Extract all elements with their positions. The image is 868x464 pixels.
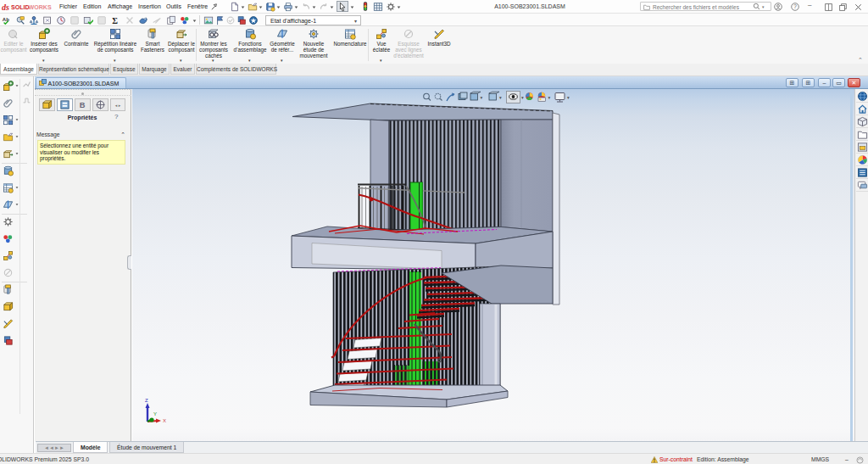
svg-text:X: X [163, 418, 166, 423]
svg-text:WORKS: WORKS [29, 4, 52, 11]
svg-text:ds: ds [2, 3, 9, 12]
svg-text:▾: ▾ [567, 95, 570, 100]
svg-text:Y: Y [153, 411, 157, 416]
svg-text:SOLID: SOLID [11, 4, 30, 11]
svg-text:Ab: Ab [3, 16, 9, 21]
svg-text:▾: ▾ [481, 95, 483, 100]
svg-text:▾: ▾ [499, 95, 502, 100]
svg-text:Σ: Σ [112, 15, 118, 25]
svg-text:B: B [80, 101, 86, 109]
svg-text:Z: Z [145, 398, 148, 403]
svg-text:?: ? [793, 3, 797, 9]
svg-text:▾: ▾ [521, 95, 524, 100]
svg-text:▾: ▾ [548, 95, 551, 100]
